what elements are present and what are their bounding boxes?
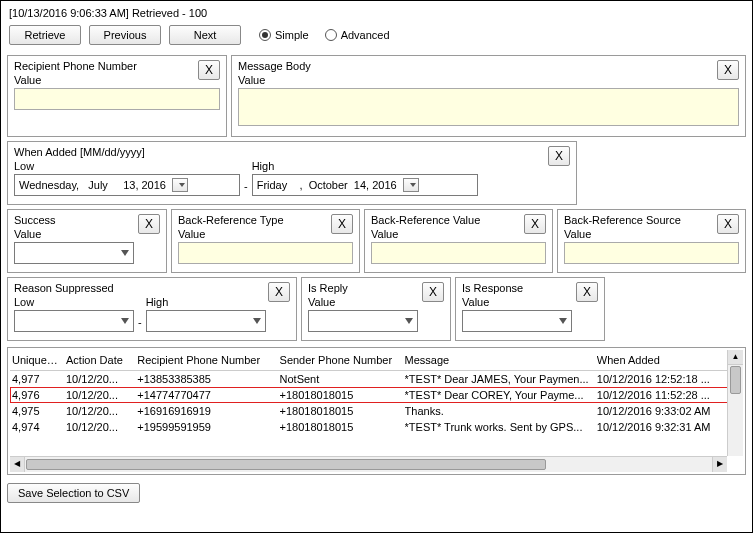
when-added-high-picker[interactable]: Friday , October 14, 2016 [252, 174, 478, 196]
simple-radio[interactable]: Simple [259, 29, 309, 41]
cell: +18018018015 [280, 405, 405, 417]
cell: +16916916919 [137, 405, 279, 417]
cell: 10/12/20... [66, 389, 137, 401]
is-response-combo[interactable] [462, 310, 572, 332]
range-separator: - [134, 316, 146, 328]
table-row[interactable]: 4,97710/12/20...+13853385385NotSent*TEST… [10, 371, 743, 387]
cell: 10/12/20... [66, 421, 137, 433]
cell: +14774770477 [137, 389, 279, 401]
high-label: High [252, 160, 478, 172]
reason-suppressed-high-combo[interactable] [146, 310, 266, 332]
save-csv-button[interactable]: Save Selection to CSV [7, 483, 140, 503]
backref-value-input[interactable] [371, 242, 546, 264]
field-label: When Added [MM/dd/yyyy] [14, 146, 570, 160]
scroll-thumb[interactable] [730, 366, 741, 394]
high-label: High [146, 296, 266, 308]
simple-radio-label: Simple [275, 29, 309, 41]
previous-button[interactable]: Previous [89, 25, 161, 45]
close-filter-button[interactable]: X [268, 282, 290, 302]
grid-body: 4,97710/12/20...+13853385385NotSent*TEST… [10, 371, 743, 435]
vertical-scrollbar[interactable] [727, 350, 743, 456]
is-reply-combo[interactable] [308, 310, 418, 332]
cell: 10/12/20... [66, 405, 137, 417]
date-value: Friday , October 14, 2016 [257, 179, 397, 191]
close-filter-button[interactable]: X [331, 214, 353, 234]
advanced-radio-label: Advanced [341, 29, 390, 41]
field-sublabel: Value [371, 228, 546, 242]
cell: Thanks. [405, 405, 597, 417]
recipient-phone-input[interactable] [14, 88, 220, 110]
cell: +18018018015 [280, 421, 405, 433]
field-label: Back-Reference Source [564, 214, 739, 228]
results-grid: Unique Key Action Date Recipient Phone N… [7, 347, 746, 475]
advanced-radio[interactable]: Advanced [325, 29, 390, 41]
success-filter: Success Value X [7, 209, 167, 273]
retrieve-button[interactable]: Retrieve [9, 25, 81, 45]
success-combo[interactable] [14, 242, 134, 264]
col-recipient-phone[interactable]: Recipient Phone Number [137, 354, 279, 366]
next-button[interactable]: Next [169, 25, 241, 45]
field-sublabel: Value [14, 74, 220, 88]
cell: +19599591959 [137, 421, 279, 433]
close-filter-button[interactable]: X [198, 60, 220, 80]
col-unique-key[interactable]: Unique Key [12, 354, 66, 366]
radio-icon [325, 29, 337, 41]
col-sender-phone[interactable]: Sender Phone Number [280, 354, 405, 366]
reason-suppressed-low-combo[interactable] [14, 310, 134, 332]
date-value: Wednesday, July 13, 2016 [19, 179, 166, 191]
horizontal-scrollbar[interactable] [10, 456, 727, 472]
table-row[interactable]: 4,97410/12/20...+19599591959+18018018015… [10, 419, 743, 435]
cell: 4,976 [12, 389, 66, 401]
reason-suppressed-filter: Reason Suppressed X Low - High [7, 277, 297, 341]
recipient-phone-filter: Recipient Phone Number Value X [7, 55, 227, 137]
field-sublabel: Value [178, 228, 353, 242]
field-label: Reason Suppressed [14, 282, 290, 296]
cell: 10/12/2016 9:32:31 AM [597, 421, 741, 433]
cell: 10/12/20... [66, 373, 137, 385]
cell: 10/12/2016 11:52:28 ... [597, 389, 741, 401]
message-body-filter: Message Body Value X [231, 55, 746, 137]
main-window: [10/13/2016 9:06:33 AM] Retrieved - 100 … [0, 0, 753, 533]
field-sublabel: Value [564, 228, 739, 242]
backref-value-filter: Back-Reference Value Value X [364, 209, 553, 273]
backref-type-filter: Back-Reference Type Value X [171, 209, 360, 273]
scroll-thumb[interactable] [26, 459, 546, 470]
radio-icon [259, 29, 271, 41]
when-added-filter: When Added [MM/dd/yyyy] X Low Wednesday,… [7, 141, 577, 205]
cell: 4,975 [12, 405, 66, 417]
close-filter-button[interactable]: X [717, 60, 739, 80]
field-label: Back-Reference Type [178, 214, 353, 228]
backref-type-input[interactable] [178, 242, 353, 264]
message-body-input[interactable] [238, 88, 739, 126]
close-filter-button[interactable]: X [524, 214, 546, 234]
close-filter-button[interactable]: X [422, 282, 444, 302]
field-label: Recipient Phone Number [14, 60, 220, 74]
grid-header-row: Unique Key Action Date Recipient Phone N… [10, 350, 743, 371]
cell: *TEST* Dear COREY, Your Payme... [405, 389, 597, 401]
close-filter-button[interactable]: X [576, 282, 598, 302]
backref-source-filter: Back-Reference Source Value X [557, 209, 746, 273]
calendar-icon [172, 178, 188, 192]
col-message[interactable]: Message [405, 354, 597, 366]
cell: *TEST* Trunk works. Sent by GPS... [405, 421, 597, 433]
col-when-added[interactable]: When Added [597, 354, 741, 366]
close-filter-button[interactable]: X [717, 214, 739, 234]
col-action-date[interactable]: Action Date [66, 354, 137, 366]
table-row[interactable]: 4,97610/12/20...+14774770477+18018018015… [10, 387, 743, 403]
close-filter-button[interactable]: X [138, 214, 160, 234]
cell: +13853385385 [137, 373, 279, 385]
status-title: [10/13/2016 9:06:33 AM] Retrieved - 100 [5, 5, 748, 21]
cell: +18018018015 [280, 389, 405, 401]
field-sublabel: Value [238, 74, 739, 88]
is-response-filter: Is Response Value X [455, 277, 605, 341]
range-separator: - [240, 180, 252, 192]
toolbar: Retrieve Previous Next Simple Advanced [5, 21, 748, 49]
field-label: Message Body [238, 60, 739, 74]
is-reply-filter: Is Reply Value X [301, 277, 451, 341]
cell: 4,974 [12, 421, 66, 433]
close-filter-button[interactable]: X [548, 146, 570, 166]
cell: *TEST* Dear JAMES, Your Paymen... [405, 373, 597, 385]
table-row[interactable]: 4,97510/12/20...+16916916919+18018018015… [10, 403, 743, 419]
backref-source-input[interactable] [564, 242, 739, 264]
when-added-low-picker[interactable]: Wednesday, July 13, 2016 [14, 174, 240, 196]
